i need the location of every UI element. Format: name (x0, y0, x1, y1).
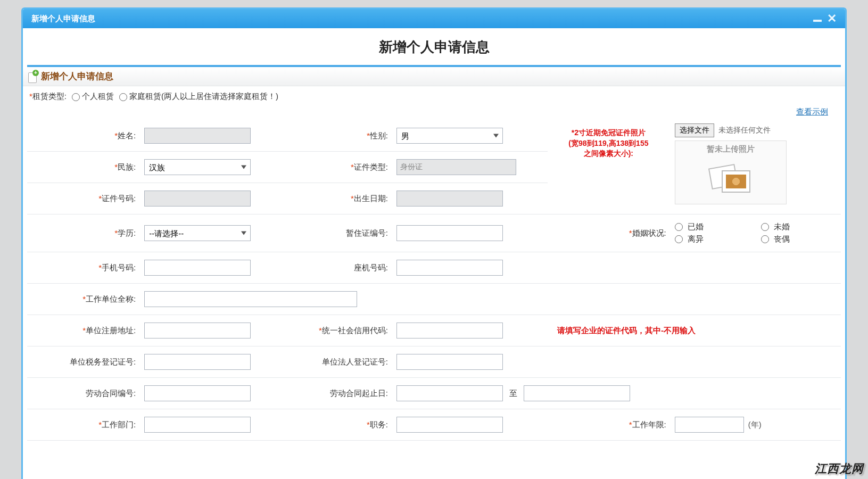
contract-no-label: 劳动合同编号: (86, 389, 136, 398)
lease-family-option[interactable]: 家庭租赁(两人以上居住请选择家庭租赁！) (119, 92, 278, 102)
landline-label: 座机号码: (354, 263, 388, 272)
marital-divorced[interactable]: 离异 (675, 234, 751, 244)
legal-no-input[interactable] (396, 354, 503, 370)
dept-label: 工作部门: (102, 420, 136, 429)
choose-file-button[interactable]: 选择文件 (675, 123, 714, 137)
lease-personal-option[interactable]: 个人租赁 (72, 92, 114, 102)
cert-no-input[interactable] (144, 191, 251, 207)
tax-no-label: 单位税务登记证号: (70, 357, 136, 366)
uscc-hint: 请填写企业的证件代码，其中-不用输入 (551, 326, 696, 335)
mobile-input[interactable] (144, 260, 251, 276)
cert-type-input[interactable] (396, 159, 516, 175)
watermark: 江西龙网 (815, 461, 864, 477)
lease-type-row: *租赁类型: 个人租赁 家庭租赁(两人以上居住请选择家庭租赁！) (27, 88, 841, 105)
contract-no-input[interactable] (144, 385, 251, 401)
section-bar: 新增个人申请信息 (23, 67, 845, 86)
date-separator: 至 (505, 389, 522, 398)
uscc-label: 统一社会信用代码: (322, 326, 388, 335)
page-heading: 新增个人申请信息 (23, 28, 845, 65)
legal-no-label: 单位法人登记证号: (322, 357, 388, 366)
marital-single[interactable]: 未婚 (761, 222, 838, 232)
marital-options: 已婚 未婚 离异 丧偶 (675, 222, 838, 244)
section-title: 新增个人申请信息 (41, 70, 113, 82)
edu-label: 学历: (118, 228, 136, 237)
year-unit: (年) (748, 420, 762, 429)
cert-type-label: 证件类型: (354, 162, 388, 171)
company-label: 工作单位全称: (86, 294, 136, 303)
dialog-window: 新增个人申请信息 ✕ 新增个人申请信息 新增个人申请信息 *租赁类型: 个人租赁… (21, 7, 847, 479)
edu-select[interactable]: --请选择-- (144, 225, 251, 241)
view-example-link[interactable]: 查看示例 (796, 107, 828, 116)
temp-no-label: 暂住证编号: (346, 228, 388, 237)
marital-married[interactable]: 已婚 (675, 222, 751, 232)
dialog-body: 新增个人申请信息 新增个人申请信息 *租赁类型: 个人租赁 家庭租赁(两人以上居… (23, 28, 845, 479)
dialog-title: 新增个人申请信息 (31, 14, 813, 24)
lease-type-label: 租赁类型: (32, 92, 67, 101)
ethnic-label: 民族: (118, 162, 136, 171)
mobile-label: 手机号码: (102, 263, 136, 272)
uscc-input[interactable] (396, 323, 503, 338)
radio-icon[interactable] (761, 223, 769, 231)
dob-label: 出生日期: (354, 194, 388, 203)
name-label: 姓名: (118, 131, 136, 140)
radio-icon[interactable] (675, 235, 683, 243)
landline-input[interactable] (396, 260, 503, 276)
minimize-icon[interactable] (813, 20, 822, 22)
company-input[interactable] (144, 291, 357, 307)
add-document-icon (28, 71, 38, 82)
radio-icon[interactable] (119, 93, 127, 101)
gender-label: 性别: (370, 131, 388, 140)
temp-no-input[interactable] (396, 225, 503, 241)
photo-hint: *2寸近期免冠证件照片 (宽98到119,高138到155 之间像素大小): (551, 128, 666, 159)
gender-select[interactable]: 男 (396, 128, 503, 144)
position-input[interactable] (396, 417, 503, 433)
reg-addr-input[interactable] (144, 323, 251, 338)
reg-addr-label: 单位注册地址: (86, 326, 136, 335)
position-label: 职务: (370, 420, 388, 429)
contract-dates-label: 劳动合同起止日: (330, 389, 388, 398)
contract-start-input[interactable] (396, 385, 503, 401)
dialog-header: 新增个人申请信息 ✕ (23, 9, 845, 28)
cert-no-label: 证件号码: (102, 194, 136, 203)
no-file-text: 未选择任何文件 (718, 126, 771, 135)
dept-input[interactable] (144, 417, 251, 433)
radio-icon[interactable] (72, 93, 80, 101)
contract-end-input[interactable] (524, 385, 630, 401)
dob-input[interactable] (396, 191, 503, 207)
close-icon[interactable]: ✕ (827, 13, 837, 24)
photo-placeholder-icon (707, 159, 755, 196)
radio-icon[interactable] (675, 223, 683, 231)
form-table: *姓名: *性别: 男 *2寸近期免冠证件照片 (宽98到119,高138到15… (27, 120, 841, 441)
name-input[interactable] (144, 128, 251, 144)
photo-placeholder: 暂未上传照片 (675, 141, 787, 204)
marital-label: 婚姻状况: (632, 228, 666, 237)
ethnic-select[interactable]: 汉族 (144, 159, 251, 175)
years-label: 工作年限: (632, 420, 666, 429)
tax-no-input[interactable] (144, 354, 251, 370)
years-input[interactable] (675, 417, 744, 433)
marital-widowed[interactable]: 丧偶 (761, 234, 838, 244)
radio-icon[interactable] (761, 235, 769, 243)
